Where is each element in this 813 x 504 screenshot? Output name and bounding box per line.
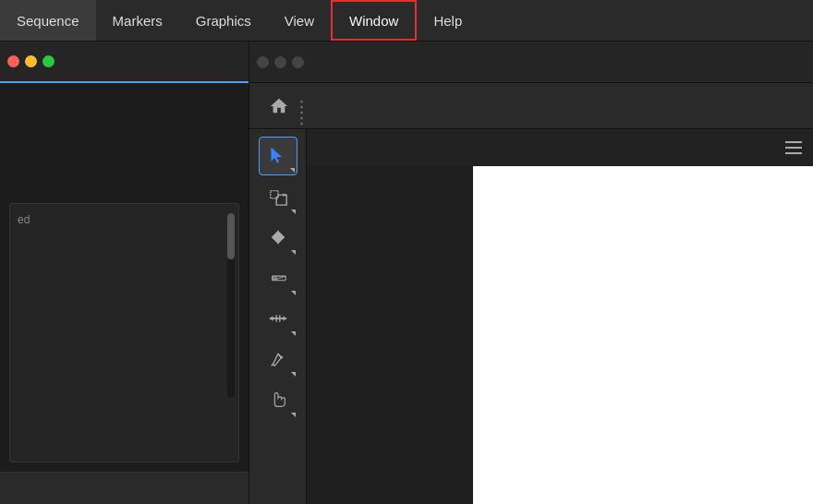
toolbar-circle-2[interactable] (274, 56, 286, 68)
svg-marker-11 (269, 316, 273, 321)
traffic-light-red[interactable] (7, 55, 19, 67)
svg-point-15 (280, 356, 283, 359)
inner-panel: ed (9, 203, 239, 462)
menu-sequence[interactable]: Sequence (0, 0, 96, 41)
hand-tool-button[interactable] (259, 380, 297, 419)
toolbar-circle-1[interactable] (257, 56, 269, 68)
scrollbar-track (227, 213, 235, 398)
home-icon[interactable] (264, 91, 294, 121)
menu-window[interactable]: Window (331, 0, 417, 41)
menu-bar: Sequence Markers Graphics View Window He… (0, 0, 813, 42)
right-area (249, 42, 813, 504)
svg-marker-12 (283, 316, 286, 321)
select-tool-button[interactable] (259, 137, 297, 175)
tools-sidebar (249, 129, 307, 504)
main-layout: ed (0, 42, 813, 504)
ripple-edit-tool-button[interactable] (259, 218, 297, 257)
hamburger-line-2 (785, 147, 802, 149)
toolbar-circle-3[interactable] (292, 56, 304, 68)
left-panel-bottom-bar (0, 472, 249, 504)
traffic-light-green[interactable] (42, 55, 55, 67)
menu-view[interactable]: View (268, 0, 331, 41)
canvas-header (307, 129, 813, 166)
left-panel-content: ed (0, 83, 249, 472)
menu-markers[interactable]: Markers (96, 0, 179, 41)
right-toolbar (249, 42, 813, 83)
left-panel: ed (0, 42, 249, 504)
left-panel-header (0, 42, 249, 83)
scrollbar-thumb[interactable] (227, 213, 235, 259)
slip-tool-button[interactable] (259, 299, 297, 338)
svg-marker-4 (271, 231, 277, 245)
inner-panel-label: ed (18, 213, 30, 226)
menu-help[interactable]: Help (417, 0, 479, 41)
menu-graphics[interactable]: Graphics (179, 0, 268, 41)
traffic-light-yellow[interactable] (25, 55, 37, 67)
content-area (249, 129, 813, 504)
pen-tool-button[interactable] (259, 340, 297, 378)
hamburger-menu[interactable] (785, 139, 802, 156)
svg-marker-0 (271, 148, 281, 163)
hamburger-line-3 (785, 152, 802, 154)
svg-line-16 (271, 365, 273, 366)
canvas-white (473, 166, 813, 504)
razor-tool-button[interactable] (259, 258, 297, 297)
track-select-tool-button[interactable] (259, 177, 297, 216)
home-bar (249, 83, 813, 129)
hamburger-line-1 (785, 141, 802, 143)
svg-marker-5 (278, 231, 285, 245)
canvas-area (307, 129, 813, 504)
drag-handle (297, 96, 306, 128)
svg-marker-2 (276, 195, 286, 205)
